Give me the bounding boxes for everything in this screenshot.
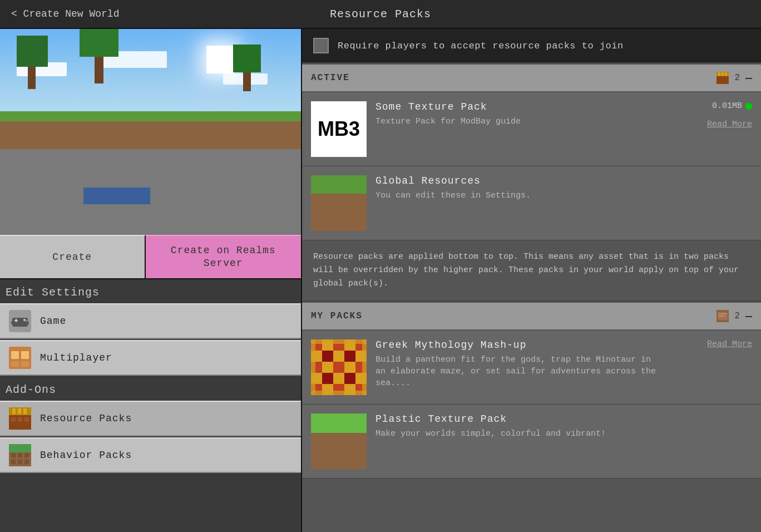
terrain [0, 111, 301, 235]
svg-rect-19 [11, 417, 16, 422]
sidebar-item-resource-packs[interactable]: Resource Packs [0, 401, 301, 436]
some-texture-read-more[interactable]: Read More [707, 120, 752, 129]
my-packs-section-header: MY PACKS 2 — [302, 303, 761, 329]
back-label: < Create New World [11, 8, 119, 19]
svg-rect-10 [21, 351, 29, 359]
plastic-texture-name: Plastic Texture Pack [375, 413, 665, 425]
svg-rect-58 [344, 373, 355, 384]
greek-mythology-right: Read More [674, 339, 752, 349]
svg-rect-65 [311, 339, 367, 344]
svg-rect-67 [311, 339, 315, 395]
my-packs-count: 2 [734, 311, 740, 321]
svg-rect-37 [719, 313, 727, 314]
gamepad-icon [8, 309, 32, 333]
some-texture-thumbnail: MB3 [311, 101, 367, 157]
my-packs-icon [716, 310, 729, 322]
pack-item-greek-mythology: Greek Mythology Mash-up Build a pantheon… [302, 331, 761, 405]
sun [206, 46, 234, 73]
svg-rect-27 [11, 460, 16, 464]
grass-layer [0, 111, 301, 121]
active-dot [745, 103, 752, 110]
active-label: ACTIVE [311, 73, 350, 83]
svg-rect-23 [9, 444, 31, 452]
resource-packs-label: Resource Packs [40, 413, 132, 424]
addons-label: Add-Ons [0, 377, 301, 401]
svg-rect-12 [21, 361, 29, 367]
active-count: 2 [734, 73, 740, 83]
svg-rect-34 [725, 72, 727, 76]
info-text: Resource packs are applied bottom to top… [302, 240, 761, 301]
my-packs-header-right: 2 — [716, 310, 752, 323]
my-packs-collapse-btn[interactable]: — [745, 310, 752, 323]
svg-rect-6 [11, 321, 14, 324]
global-resources-desc: You can edit these in Settings. [375, 190, 665, 201]
edit-settings-label: Edit Settings [0, 279, 301, 303]
active-icon [716, 72, 729, 84]
global-resources-name: Global Resources [375, 175, 665, 186]
sidebar-item-game[interactable]: Game [0, 303, 301, 339]
left-panel: Create Create on Realms Server Edit Sett… [0, 29, 302, 532]
svg-rect-33 [722, 72, 724, 76]
global-resources-thumbnail [311, 175, 367, 231]
svg-rect-1 [12, 318, 28, 327]
main-layout: Create Create on Realms Server Edit Sett… [0, 29, 761, 532]
plastic-texture-desc: Make your worlds simple, colorful and vi… [375, 428, 665, 440]
behavior-packs-label: Behavior Packs [40, 450, 132, 461]
some-texture-desc: Texture Pack for ModBay guide [375, 116, 665, 127]
some-texture-name: Some Texture Pack [375, 101, 665, 112]
svg-rect-57 [333, 373, 344, 384]
active-section-header: ACTIVE 2 — [302, 65, 761, 91]
require-checkbox[interactable] [313, 38, 329, 53]
tree3 [243, 67, 251, 91]
svg-rect-9 [11, 351, 19, 359]
separator2 [302, 301, 761, 302]
multiplayer-label: Multiplayer [40, 352, 112, 363]
water-area [83, 188, 150, 204]
svg-rect-24 [11, 453, 16, 457]
page-title: Resource Packs [330, 8, 431, 21]
svg-rect-66 [311, 391, 367, 395]
tree1 [28, 61, 36, 89]
svg-rect-18 [9, 415, 31, 430]
multiplayer-icon [8, 346, 32, 370]
svg-rect-38 [719, 316, 724, 317]
create-realms-button[interactable]: Create on Realms Server [146, 235, 302, 279]
back-button[interactable]: < Create New World [11, 8, 119, 19]
svg-rect-29 [24, 460, 29, 464]
dirt-layer [0, 121, 301, 149]
svg-rect-20 [18, 417, 22, 422]
top-header: < Create New World Resource Packs [0, 0, 761, 29]
greek-mythology-thumbnail [311, 339, 367, 395]
svg-rect-25 [18, 453, 22, 457]
active-collapse-btn[interactable]: — [745, 72, 752, 85]
separator1 [302, 62, 761, 63]
svg-rect-11 [11, 361, 19, 367]
svg-rect-26 [24, 453, 29, 457]
svg-rect-51 [322, 362, 333, 373]
svg-rect-46 [322, 351, 333, 362]
sidebar-item-behavior-packs[interactable]: Behavior Packs [0, 437, 301, 473]
button-row: Create Create on Realms Server [0, 235, 301, 279]
svg-rect-17 [23, 408, 27, 414]
game-label: Game [40, 316, 66, 327]
greek-mythology-info: Greek Mythology Mash-up Build a pantheon… [375, 339, 665, 389]
svg-rect-53 [344, 362, 355, 373]
pack-item-global-resources: Global Resources You can edit these in S… [302, 166, 761, 240]
greek-mythology-desc: Build a pantheon fit for the gods, trap … [375, 354, 665, 389]
some-texture-size: 0.01MB [712, 101, 752, 111]
plastic-texture-info: Plastic Texture Pack Make your worlds si… [375, 413, 665, 440]
right-panel: Require players to accept resource packs… [302, 29, 761, 532]
stone-layer [0, 149, 301, 235]
svg-rect-15 [12, 408, 16, 414]
svg-rect-47 [333, 351, 344, 362]
create-button[interactable]: Create [0, 235, 146, 279]
svg-rect-16 [18, 408, 21, 414]
plastic-texture-thumbnail [311, 413, 367, 469]
tree2 [95, 50, 103, 83]
require-text: Require players to accept resource packs… [338, 41, 624, 51]
svg-rect-21 [24, 417, 29, 422]
greek-mythology-name: Greek Mythology Mash-up [375, 339, 665, 351]
greek-mythology-read-more[interactable]: Read More [707, 339, 752, 349]
sidebar-item-multiplayer[interactable]: Multiplayer [0, 340, 301, 376]
svg-rect-32 [718, 72, 720, 76]
